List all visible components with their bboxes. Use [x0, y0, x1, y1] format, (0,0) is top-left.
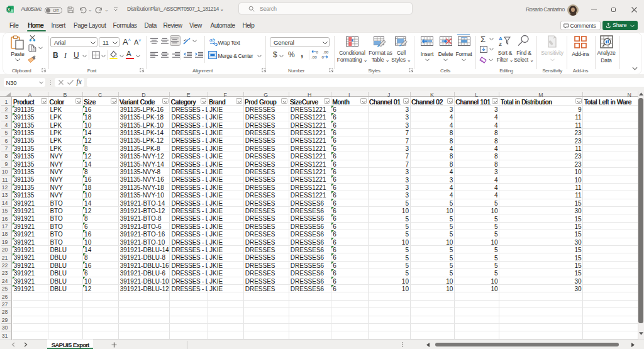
- svg-text:.00: .00: [311, 55, 317, 59]
- svg-text:X: X: [8, 8, 10, 11]
- svg-text:0: 0: [316, 50, 319, 54]
- svg-text:Z: Z: [499, 42, 502, 47]
- svg-text:ab: ab: [209, 37, 215, 43]
- svg-text:A: A: [499, 36, 502, 42]
